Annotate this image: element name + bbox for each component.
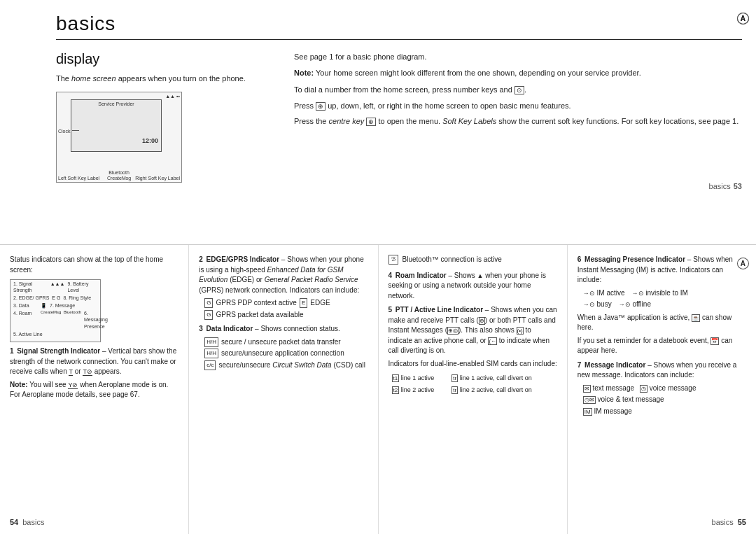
reminder-icon: 📅 (710, 337, 719, 345)
item2-header: 2 EDGE/GPRS Indicator – Shows when your … (199, 255, 368, 295)
service-provider-label: Service Provider (71, 100, 161, 106)
sig-icons-2: E G (52, 295, 60, 301)
status-indicators-intro: Status indicators can show at the top of… (10, 255, 178, 275)
sig-row-3: 3. Data 📱 7. Message (10, 302, 100, 309)
centre-key-italic: centre key (329, 117, 365, 125)
im-msg-icon: IM (583, 408, 592, 416)
item7-num: 7 (578, 361, 582, 369)
msg-row-2: ◷✉ voice & text message (583, 395, 746, 405)
soft-key-labels-italic: Soft Key Labels (442, 117, 496, 125)
sig-label-3: 3. Data (13, 302, 38, 309)
bottom-half: Status indicators can show at the top of… (0, 245, 756, 534)
im-active-icon: →⊙ (583, 290, 595, 297)
im-offline: →⊙ offline (619, 300, 651, 310)
sig-row-5: 5. Active Line (10, 330, 100, 338)
bluetooth-item: ℬ Bluetooth™ connection is active (388, 255, 557, 265)
sig-icons-1: ▲▲▲ (50, 281, 65, 293)
ptt-active-icon: (•) (517, 327, 524, 335)
item2-label: EDGE/GPRS Indicator (206, 255, 279, 263)
bt-num-icon: ℬ (388, 255, 398, 265)
item4-header: 4 Roam Indicator – Shows ▲ when your pho… (388, 271, 557, 302)
item1-num: 1 (10, 347, 14, 355)
time-display: 12:00 (142, 137, 158, 144)
ptt-table: t1 line 1 active tr line 1 active, call … (388, 372, 557, 397)
im-busy: →⊙ busy (583, 300, 612, 310)
page-container: basics display The home screen appears w… (0, 0, 756, 534)
msg-row-1: ✉ text message ◷ voice message (583, 384, 746, 394)
display-right: See page 1 for a basic phone diagram. No… (294, 51, 742, 183)
phone-diagram-inner: ▲▲ ▪▪ Service Provider 12:00 Clock (57, 92, 181, 182)
sig-label-5: 5. Active Line (13, 331, 43, 337)
item5-num: 5 (388, 306, 393, 314)
create-msg-label: CreateMsg (107, 176, 131, 181)
item2-num: 2 (199, 255, 203, 263)
aeroplane-icon: Y⊘ (68, 381, 78, 389)
item1-label: Signal Strength Indicator (17, 347, 100, 355)
sig-label-4: 4. Roam (13, 310, 38, 329)
top-page-number: 53 (734, 182, 742, 190)
bottom-page-num-right: basics 55 (712, 517, 746, 528)
item7-header: 7 Message Indicator – Shows when you rec… (578, 360, 746, 381)
gprs-pdp-row: G GPRS PDP context active E EDGE (204, 298, 368, 309)
top-half: basics display The home screen appears w… (0, 0, 756, 245)
tr2-icon: tr (451, 386, 458, 394)
im-msg: IM IM message (583, 407, 632, 415)
small-phone-diagram: 📱 (41, 302, 47, 309)
bluetooth-label: Bluetooth (108, 170, 130, 175)
item1-note: Note: You will see Y⊘ when Aeroplane mod… (10, 380, 178, 400)
dial-icon: ⊙ (514, 86, 524, 94)
ptt-icon2: ⊕◎ (447, 327, 458, 335)
ptt-line2-active: t2 line 2 active (390, 385, 449, 395)
bt-text: Bluetooth™ connection is active (402, 255, 502, 265)
clock-line (72, 130, 79, 131)
item3-label: Data Indicator (206, 325, 253, 332)
col4-a-icon: A (737, 258, 749, 269)
data-row-2: H/H secure/unsecure application connecti… (204, 349, 368, 359)
top-page-num: basics 53 (709, 182, 742, 190)
data-icon-3: c/c (204, 360, 216, 370)
bottom-col-2: 2 EDGE/GPRS Indicator – Shows when your … (189, 245, 378, 534)
item3-num: 3 (199, 325, 203, 332)
left-soft-key-text: Left Soft Key Label (58, 176, 99, 181)
message-indicators: ✉ text message ◷ voice message ◷✉ voice … (583, 384, 746, 417)
data-label-2: secure/unsecure application connection (221, 349, 344, 359)
gprs-packet-icon: G (204, 310, 213, 320)
voice-text-icon: ◷✉ (583, 396, 596, 404)
item4-label: Roam Indicator (396, 272, 447, 279)
display-section: display The home screen appears when you… (56, 51, 742, 183)
status-icons: ▲▲ ▪▪ (165, 94, 180, 99)
ptt-row-2: t2 line 2 active tr line 2 active, call … (390, 385, 556, 395)
item6-label: Messaging Presence Indicator (584, 255, 685, 263)
data-row-1: H/H secure / unsecure packet data transf… (204, 337, 368, 348)
left-soft-key-label: Left Soft Key Label (58, 176, 99, 181)
display-text: The home screen appears when you turn on… (56, 73, 280, 85)
sig-label-ring: 8. Ring Style (63, 295, 91, 301)
bottom-col-3: ℬ Bluetooth™ connection is active 4 Roam… (379, 245, 568, 534)
data-indicators: H/H secure / unsecure packet data transf… (204, 337, 368, 371)
battery-icon: ▪▪ (176, 94, 180, 99)
col3-a-icon: A (737, 13, 749, 24)
im-indicators: →⊙ IM active →⊙ invisible to IM →⊙ busy … (583, 288, 746, 310)
im-invisible: →⊙ invisible to IM (632, 288, 688, 299)
data-label-1: secure / unsecure packet data transfer (221, 337, 341, 348)
t2-icon: t2 (392, 386, 400, 394)
im-invisible-icon: →⊙ (632, 290, 644, 297)
im-active: →⊙ IM active (583, 288, 625, 299)
item5-dual: Indicators for dual-line-enabled SIM car… (388, 359, 557, 370)
top-page-word: basics (709, 182, 731, 190)
sig-label-msg: 7. Message (50, 302, 75, 309)
sig-label-messaging: 6. Messaging Presence (84, 310, 108, 329)
col4-icon: A (737, 259, 749, 269)
ptt-line1-divert: tr line 1 active, call divert on (449, 373, 555, 384)
ptt-line1-active: t1 line 1 active (390, 373, 449, 384)
note1: Note: Your home screen might look differ… (294, 67, 742, 79)
im-offline-icon: →⊙ (619, 301, 631, 308)
sig-bottom-labels: CreateMsg Bluetooth (41, 310, 81, 329)
gprs-pdp-icon: G (204, 298, 213, 308)
col3-icon: A (737, 14, 749, 24)
edge-icon: E (300, 298, 307, 308)
note-bold-2: Note: (10, 381, 28, 388)
phone-diagram: ▲▲ ▪▪ Service Provider 12:00 Clock (56, 92, 182, 183)
im-row-2: →⊙ busy →⊙ offline (583, 300, 746, 310)
item6-num: 6 (578, 255, 582, 263)
